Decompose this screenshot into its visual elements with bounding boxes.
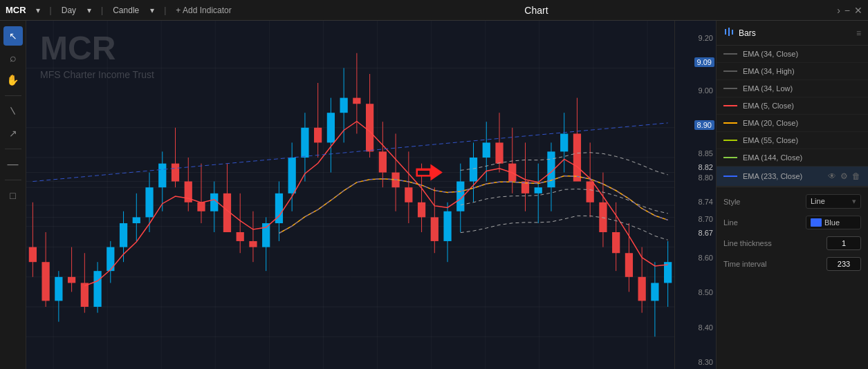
indicator-line-preview	[723, 53, 737, 55]
indicator-label-ema144c: EMA (144, Close)	[743, 153, 861, 162]
indicator-line-preview	[723, 122, 737, 124]
price-label: 8.82	[699, 163, 713, 171]
indicator-label-ema34h: EMA (34, High)	[743, 67, 861, 75]
indicator-line-preview	[723, 176, 737, 177]
nav-more-icon[interactable]: ›	[837, 5, 840, 16]
main-layout: ↖ ⌕ ✋ / ↗ — □ MCR MFS Charter Income Tru…	[0, 21, 868, 369]
style-dropdown[interactable]: Line ▾	[806, 194, 861, 209]
timeframe-button[interactable]: Day	[57, 4, 80, 17]
topbar: MCR ▾ | Day ▾ | Candle ▾ | + Add Indicat…	[0, 0, 868, 21]
nav-close-icon[interactable]: ✕	[854, 5, 862, 16]
settings-section: Style Line ▾ Line Blue Line thickness 1 …	[717, 187, 868, 285]
indicator-item-ema34h[interactable]: EMA (34, High)	[717, 63, 868, 80]
indicator-label-ema34c: EMA (34, Close)	[743, 50, 861, 58]
chart-title-label: Chart	[239, 5, 834, 16]
sep3: |	[164, 6, 166, 15]
color-swatch	[811, 218, 822, 227]
interval-row: Time interval 233	[723, 257, 861, 271]
indicator-label-ema55c: EMA (55, Close)	[743, 136, 861, 144]
settings-button[interactable]: ⚙	[840, 171, 849, 182]
price-label: 8.85	[699, 149, 713, 158]
thickness-row: Line thickness 1	[723, 236, 861, 250]
price-label: 9.20	[699, 34, 713, 42]
panel-header-label: Bars	[739, 28, 756, 38]
line-color-name: Blue	[824, 218, 840, 227]
price-label: 8.80	[699, 173, 713, 182]
line-label: Line	[723, 218, 806, 227]
toolbar-divider-1	[5, 95, 21, 96]
indicator-label-ema20c: EMA (20, Close)	[743, 119, 861, 127]
price-label: 8.30	[699, 358, 713, 366]
indicator-line-preview	[723, 88, 737, 89]
indicator-line-preview	[723, 140, 737, 141]
interval-value[interactable]: 233	[827, 257, 861, 271]
price-label: 8.74	[699, 198, 713, 206]
price-label: 8.40	[699, 323, 713, 332]
chart-type-button[interactable]: Candle	[109, 4, 143, 17]
indicator-line-preview	[723, 70, 737, 72]
topbar-right: › − ✕	[837, 5, 862, 16]
indicator-line-preview	[723, 157, 737, 158]
left-toolbar: ↖ ⌕ ✋ / ↗ — □	[0, 21, 26, 369]
indicator-item-ema34c[interactable]: EMA (34, Close)	[717, 46, 868, 63]
sep2: |	[101, 6, 103, 15]
pointer-tool[interactable]: ↖	[3, 26, 23, 46]
rect-tool[interactable]: □	[3, 186, 23, 205]
price-label: 8.67	[699, 229, 713, 237]
sep1: |	[50, 6, 52, 15]
toolbar-divider-3	[5, 180, 21, 180]
chart-type-dropdown[interactable]: ▾	[146, 4, 158, 17]
indicator-line-preview	[723, 105, 737, 106]
nav-minimize-icon[interactable]: −	[844, 5, 850, 16]
timeframe-dropdown[interactable]: ▾	[83, 4, 95, 17]
dash-tool[interactable]: —	[3, 155, 23, 174]
indicator-label-ema5c: EMA (5, Close)	[743, 102, 861, 110]
current-price-label: 9.09	[694, 57, 714, 67]
style-label: Style	[723, 198, 806, 206]
indicator-item-ema5c[interactable]: EMA (5, Close)	[717, 97, 868, 115]
toolbar-divider-2	[5, 149, 21, 149]
indicator-label-ema34l: EMA (34, Low)	[743, 84, 861, 93]
visibility-button[interactable]: 👁	[827, 171, 837, 182]
right-panel: Bars ≡ EMA (34, Close)EMA (34, High)EMA …	[716, 21, 868, 369]
indicator-item-ema144c[interactable]: EMA (144, Close)	[717, 149, 868, 167]
indicators-list: EMA (34, Close)EMA (34, High)EMA (34, Lo…	[717, 46, 868, 187]
svg-rect-1	[728, 28, 730, 36]
indicator-item-ema55c[interactable]: EMA (55, Close)	[717, 132, 868, 149]
price-label: 8.90	[694, 120, 714, 130]
hand-tool[interactable]: ✋	[3, 70, 23, 90]
thickness-value[interactable]: 1	[827, 236, 861, 250]
panel-header: Bars ≡	[717, 21, 868, 46]
line-color-control[interactable]: Blue	[806, 216, 861, 229]
search-tool[interactable]: ⌕	[3, 48, 23, 68]
price-label: 8.50	[699, 288, 713, 296]
indicator-item-ema233c[interactable]: EMA (233, Close)👁⚙🗑	[717, 167, 868, 187]
svg-rect-0	[725, 29, 726, 35]
style-row: Style Line ▾	[723, 194, 861, 209]
indicator-item-ema20c[interactable]: EMA (20, Close)	[717, 115, 868, 132]
line-color-row: Line Blue	[723, 216, 861, 229]
bars-icon	[723, 26, 735, 39]
interval-label: Time interval	[723, 260, 827, 268]
chart-area[interactable]: MCR MFS Charter Income Trust 9.209.008.9…	[26, 21, 716, 369]
price-label: 8.60	[699, 254, 713, 262]
ticker-label: MCR	[6, 5, 26, 15]
price-label: 8.70	[699, 215, 713, 223]
style-value: Line	[811, 197, 825, 205]
indicator-actions-ema233c: 👁⚙🗑	[827, 171, 861, 182]
delete-button[interactable]: 🗑	[851, 171, 861, 182]
arrow-tool[interactable]: ↗	[3, 124, 23, 143]
price-axis: 9.209.008.908.858.828.808.748.708.678.60…	[674, 21, 716, 369]
indicator-item-ema34l[interactable]: EMA (34, Low)	[717, 80, 868, 97]
price-label: 9.00	[699, 86, 713, 95]
ticker-dropdown[interactable]: ▾	[32, 4, 44, 17]
pencil-tool[interactable]: /	[0, 97, 26, 125]
chart-canvas[interactable]	[26, 21, 674, 369]
panel-menu-icon[interactable]: ≡	[856, 28, 861, 38]
thickness-label: Line thickness	[723, 239, 827, 247]
indicator-label-ema233c: EMA (233, Close)	[743, 172, 822, 180]
svg-rect-2	[732, 30, 733, 35]
add-indicator-button[interactable]: + Add Indicator	[172, 4, 235, 17]
